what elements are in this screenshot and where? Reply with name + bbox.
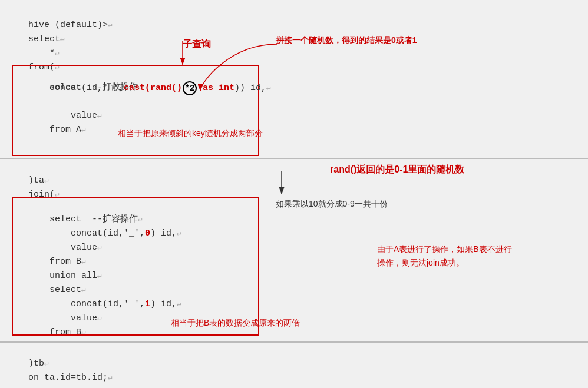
- divider-2: [0, 341, 588, 343]
- annotation-rand-explain: rand()返回的是0-1里面的随机数: [330, 164, 464, 176]
- tableb-double-text: 相当于把B表的数据变成原来的两倍: [171, 318, 300, 327]
- line-from-a: from A↵: [7, 110, 86, 151]
- concat-1-val: 1: [145, 299, 150, 309]
- key-split-text: 相当于把原来倾斜的key随机分成两部分: [118, 128, 263, 138]
- annotation-tableb-explain: 由于A表进行了操作，如果B表不进行 操作，则无法join成功。: [377, 230, 512, 269]
- annotation-key-split: 相当于把原来倾斜的key随机分成两部分: [118, 128, 263, 139]
- concat-0-val: 0: [145, 228, 150, 238]
- random-arrow-svg: [194, 35, 312, 94]
- multiply10-text: 如果乘以10就分成0-9一共十份: [276, 199, 388, 208]
- line-on: on ta.id=tb.id;↵: [7, 357, 113, 388]
- tableb-explain-text: 由于A表进行了操作，如果B表不进行 操作，则无法join成功。: [377, 244, 512, 267]
- annotation-tableb-double: 相当于把B表的数据变成原来的两倍: [171, 318, 300, 329]
- rand-explain-text: rand()返回的是0-1里面的随机数: [330, 164, 464, 174]
- concat-0-post: ) id,: [150, 228, 177, 238]
- from-b2: from B: [28, 327, 81, 337]
- annotation-multiply10: 如果乘以10就分成0-9一共十份: [276, 199, 388, 210]
- main-container: hive (default)>↵ select↵ *↵ from(↵ selec…: [0, 0, 588, 388]
- concat-1-post: ) id,: [150, 299, 177, 309]
- from-a: from A: [28, 125, 81, 135]
- cast-keyword: cast(rand(): [124, 81, 182, 95]
- concat-pre: concat(id,'_',: [7, 81, 124, 95]
- on-clause: on ta.id=tb.id;: [28, 373, 108, 383]
- rand-arrow-svg: [276, 171, 288, 200]
- divider-1: [0, 158, 588, 159]
